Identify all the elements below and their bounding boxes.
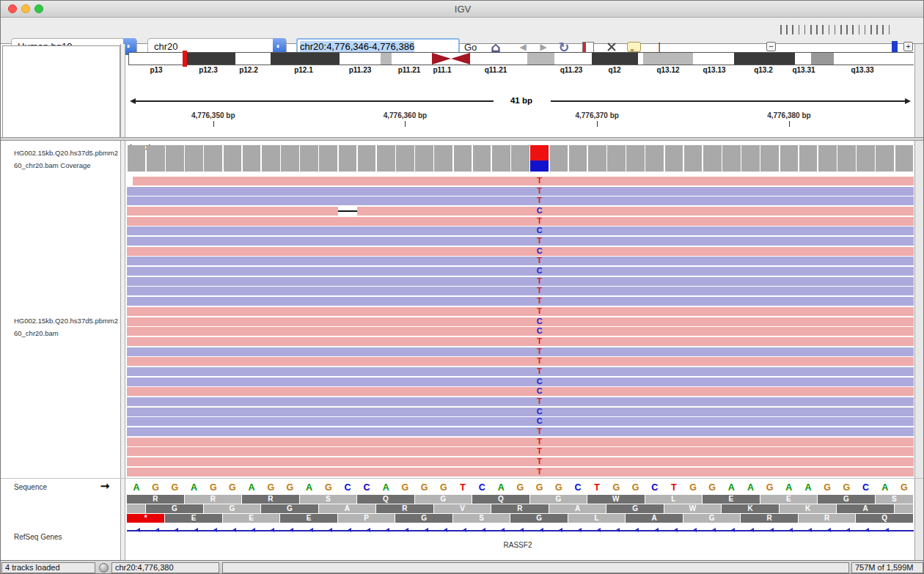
zoom-tick[interactable] bbox=[876, 25, 878, 34]
read-mismatch-base[interactable]: T bbox=[530, 427, 549, 436]
coverage-column[interactable] bbox=[281, 145, 299, 172]
read-mismatch-base[interactable]: C bbox=[530, 317, 549, 326]
read-mismatch-base[interactable]: T bbox=[530, 457, 549, 466]
read-row[interactable] bbox=[127, 307, 914, 316]
coverage-column[interactable] bbox=[895, 145, 914, 172]
read-mismatch-base[interactable]: C bbox=[530, 407, 549, 416]
read-mismatch-base[interactable]: T bbox=[530, 356, 549, 366]
read-row[interactable] bbox=[127, 196, 914, 205]
coverage-column[interactable] bbox=[780, 145, 799, 172]
zoom-tick[interactable] bbox=[829, 25, 830, 34]
read-row[interactable] bbox=[127, 367, 914, 376]
read-row[interactable] bbox=[127, 257, 914, 265]
ideogram-band[interactable] bbox=[643, 53, 693, 65]
read-row[interactable] bbox=[127, 237, 914, 246]
alignment-track-label-line2[interactable]: 60_chr20.bam bbox=[14, 329, 59, 337]
coverage-column[interactable] bbox=[262, 145, 280, 172]
zoom-tick[interactable] bbox=[840, 25, 842, 34]
read-mismatch-base[interactable]: T bbox=[530, 256, 549, 265]
zoom-tick[interactable] bbox=[852, 25, 854, 34]
coverage-column[interactable] bbox=[434, 145, 452, 172]
read-mismatch-base[interactable]: T bbox=[530, 446, 549, 456]
ideogram-band[interactable] bbox=[187, 53, 235, 65]
ideogram-band[interactable] bbox=[470, 53, 527, 65]
zoom-tick[interactable] bbox=[786, 25, 788, 34]
coverage-column[interactable] bbox=[857, 145, 875, 172]
zoom-slider-handle[interactable] bbox=[892, 41, 898, 52]
header-data-divider[interactable] bbox=[1, 137, 924, 141]
sequence-strand-arrow-icon[interactable]: ➞ bbox=[100, 479, 110, 493]
zoom-tick[interactable] bbox=[804, 25, 806, 34]
read-row[interactable] bbox=[127, 357, 914, 366]
ideogram-band[interactable] bbox=[693, 53, 734, 65]
zoom-tick[interactable] bbox=[810, 25, 812, 34]
centromere-right-icon[interactable] bbox=[451, 53, 470, 65]
read-row[interactable] bbox=[127, 297, 914, 306]
read-mismatch-base[interactable]: T bbox=[530, 176, 549, 185]
coverage-column[interactable] bbox=[626, 145, 645, 172]
read-row[interactable] bbox=[127, 267, 914, 276]
coverage-column[interactable] bbox=[607, 145, 626, 172]
read-row[interactable] bbox=[127, 337, 914, 346]
zoom-out-button[interactable]: − bbox=[766, 42, 776, 51]
coverage-column[interactable] bbox=[415, 145, 433, 172]
coverage-column[interactable] bbox=[358, 145, 376, 172]
coverage-column[interactable] bbox=[185, 145, 203, 172]
coverage-column[interactable] bbox=[837, 145, 856, 172]
centromere-left-icon[interactable] bbox=[432, 53, 451, 65]
coverage-column[interactable] bbox=[876, 145, 894, 172]
read-mismatch-base[interactable]: C bbox=[530, 377, 549, 386]
read-row[interactable] bbox=[127, 387, 914, 396]
coverage-column[interactable] bbox=[684, 145, 703, 172]
ideogram-band[interactable] bbox=[392, 53, 432, 65]
coverage-column[interactable] bbox=[492, 145, 510, 172]
zoom-tick[interactable] bbox=[835, 25, 836, 34]
right-scroll-gutter[interactable] bbox=[914, 44, 924, 560]
read-row[interactable] bbox=[127, 187, 914, 196]
read-mismatch-base[interactable]: C bbox=[530, 266, 549, 276]
coverage-column[interactable] bbox=[665, 145, 683, 172]
alignment-track-label-line1[interactable]: HG002.15kb.Q20.hs37d5.pbmm2 bbox=[14, 317, 118, 325]
coverage-column[interactable] bbox=[703, 145, 722, 172]
zoom-tick[interactable] bbox=[780, 25, 782, 34]
ideogram-band[interactable] bbox=[592, 53, 638, 65]
read-mismatch-base[interactable]: C bbox=[530, 326, 549, 336]
read-mismatch-base[interactable]: C bbox=[530, 386, 549, 396]
coverage-track-label-line1[interactable]: HG002.15kb.Q20.hs37d5.pbmm2 bbox=[14, 149, 118, 157]
ideogram-band[interactable] bbox=[527, 53, 554, 65]
ideogram-band[interactable] bbox=[235, 53, 271, 65]
read-mismatch-base[interactable]: T bbox=[530, 336, 549, 346]
zoom-in-button[interactable]: + bbox=[903, 42, 913, 51]
coverage-column[interactable] bbox=[569, 145, 587, 172]
ideogram-band[interactable] bbox=[795, 53, 811, 65]
read-mismatch-base[interactable]: T bbox=[530, 367, 549, 376]
zoom-tick[interactable] bbox=[865, 25, 866, 34]
read-row[interactable] bbox=[127, 468, 914, 477]
read-mismatch-base[interactable]: T bbox=[530, 186, 549, 196]
zoom-tick[interactable] bbox=[859, 25, 860, 34]
coverage-column[interactable] bbox=[818, 145, 837, 172]
zoom-tick[interactable] bbox=[792, 25, 793, 34]
read-row[interactable] bbox=[127, 327, 914, 336]
read-row[interactable] bbox=[127, 408, 914, 416]
read-mismatch-base[interactable]: T bbox=[530, 286, 549, 295]
read-mismatch-base[interactable]: C bbox=[530, 246, 549, 256]
panel-divider[interactable] bbox=[120, 44, 125, 560]
zoom-tick[interactable] bbox=[846, 25, 848, 34]
coverage-column[interactable] bbox=[166, 145, 184, 172]
read-mismatch-base[interactable]: T bbox=[530, 467, 549, 477]
coverage-variant-red-bar[interactable] bbox=[530, 145, 549, 161]
zoom-tick[interactable] bbox=[816, 25, 818, 34]
ideogram-band[interactable] bbox=[811, 53, 834, 65]
coverage-column[interactable] bbox=[760, 145, 779, 172]
ideogram-band[interactable] bbox=[381, 53, 392, 65]
read-mismatch-base[interactable]: T bbox=[530, 236, 549, 246]
read-mismatch-base[interactable]: T bbox=[530, 296, 549, 306]
refseq-track-label[interactable]: RefSeq Genes bbox=[14, 533, 62, 541]
read-mismatch-base[interactable]: T bbox=[530, 306, 549, 316]
read-mismatch-base[interactable]: C bbox=[530, 416, 549, 426]
ideogram-band[interactable] bbox=[554, 53, 592, 65]
read-mismatch-base[interactable]: T bbox=[530, 196, 549, 205]
ideogram-band[interactable] bbox=[271, 53, 340, 65]
read-row[interactable] bbox=[127, 247, 914, 256]
